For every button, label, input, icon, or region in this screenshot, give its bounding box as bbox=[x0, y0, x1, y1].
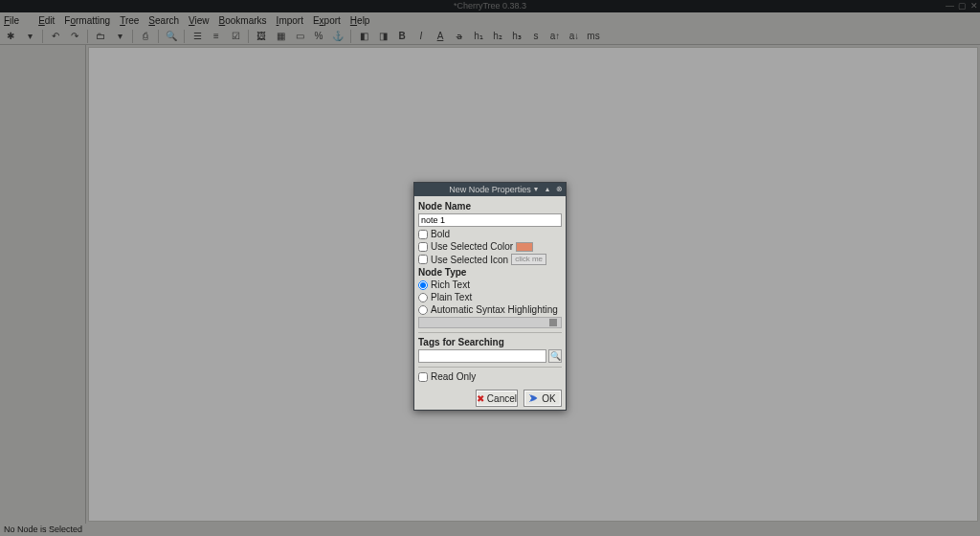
dialog-minimize-icon[interactable]: ▾ bbox=[531, 183, 541, 192]
bold-label: Bold bbox=[431, 229, 450, 239]
use-color-checkbox[interactable] bbox=[418, 242, 428, 252]
tags-label: Tags for Searching bbox=[418, 337, 562, 347]
ok-label: OK bbox=[542, 393, 555, 404]
node-type-label: Node Type bbox=[418, 267, 562, 278]
tags-input[interactable] bbox=[418, 349, 546, 363]
radio-rich-text[interactable] bbox=[418, 280, 428, 290]
cancel-icon: ✖ bbox=[477, 393, 484, 404]
radio-syntax[interactable] bbox=[418, 305, 428, 315]
dialog-titlebar: New Node Properties ▾ ▴ ⊗ bbox=[414, 183, 566, 196]
radio-plain-label: Plain Text bbox=[431, 292, 472, 302]
ok-icon: ⮞ bbox=[529, 393, 539, 404]
radio-rich-label: Rich Text bbox=[431, 279, 470, 290]
cancel-label: Cancel bbox=[487, 393, 517, 404]
readonly-checkbox[interactable] bbox=[418, 372, 428, 382]
radio-syntax-label: Automatic Syntax Highlighting bbox=[431, 304, 558, 315]
dialog-close-icon[interactable]: ⊗ bbox=[554, 183, 564, 192]
use-icon-checkbox[interactable] bbox=[418, 255, 428, 264]
use-color-label: Use Selected Color bbox=[431, 241, 513, 252]
use-icon-label: Use Selected Icon bbox=[431, 255, 508, 265]
cancel-button[interactable]: ✖ Cancel bbox=[476, 390, 518, 407]
node-name-label: Node Name bbox=[418, 201, 562, 212]
tags-search-button[interactable]: 🔍 bbox=[548, 349, 562, 363]
radio-plain-text[interactable] bbox=[418, 293, 428, 302]
dialog-maximize-icon[interactable]: ▴ bbox=[543, 183, 552, 192]
pick-icon-button[interactable]: click me bbox=[511, 254, 546, 265]
dialog-title: New Node Properties bbox=[449, 185, 531, 194]
ok-button[interactable]: ⮞ OK bbox=[523, 390, 562, 407]
syntax-selector-disabled bbox=[418, 317, 562, 328]
node-name-input[interactable] bbox=[418, 213, 562, 227]
color-swatch[interactable] bbox=[516, 242, 533, 252]
bold-checkbox[interactable] bbox=[418, 230, 428, 239]
new-node-dialog: New Node Properties ▾ ▴ ⊗ Node Name Bold… bbox=[413, 182, 567, 411]
readonly-label: Read Only bbox=[431, 371, 476, 382]
